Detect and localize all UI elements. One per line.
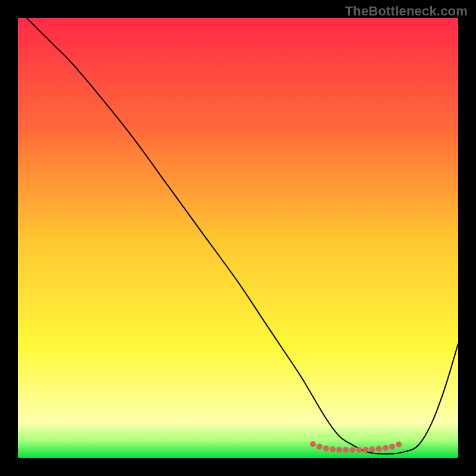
marker-dot — [336, 447, 342, 453]
marker-dot — [310, 441, 316, 447]
marker-dot — [349, 447, 355, 453]
marker-dot — [396, 441, 402, 447]
marker-dot — [317, 444, 322, 450]
marker-dot — [376, 446, 382, 452]
marker-dot — [389, 444, 395, 450]
marker-layer — [18, 18, 458, 458]
marker-dot — [323, 446, 329, 452]
marker-dot — [356, 447, 362, 453]
watermark-text: TheBottleneck.com — [345, 4, 468, 19]
marker-dot — [369, 446, 375, 452]
marker-dot — [383, 445, 389, 451]
plot-area — [18, 18, 458, 458]
sweet-spot-dots — [310, 441, 402, 453]
marker-dot — [343, 447, 349, 453]
marker-dot — [330, 446, 336, 452]
chart-frame: TheBottleneck.com — [0, 0, 476, 476]
marker-dot — [363, 447, 369, 453]
